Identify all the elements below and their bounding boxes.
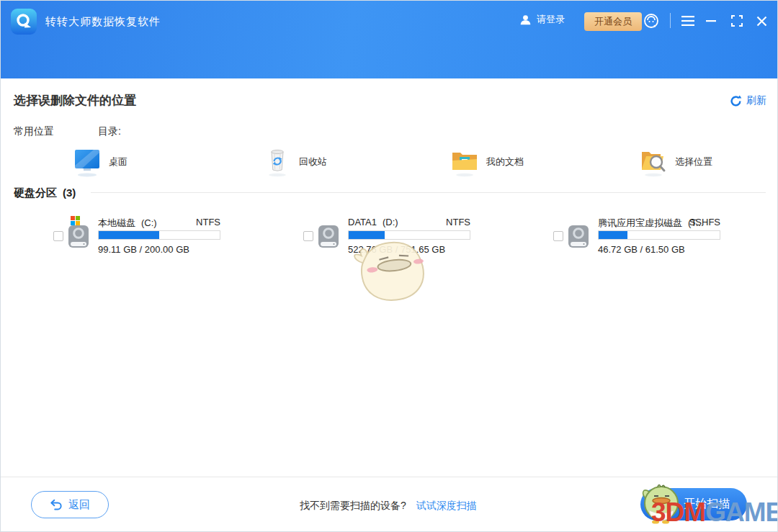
drive-letter: (C:) xyxy=(141,217,157,228)
back-button[interactable]: 返回 xyxy=(31,491,109,518)
login-button[interactable]: 请登录 xyxy=(519,13,565,26)
app-logo-icon xyxy=(11,9,37,35)
title-bar: 转转大师数据恢复软件 请登录 开通会员 xyxy=(1,1,777,78)
drive-row-c[interactable]: 本地磁盘(C:) NTFS 99.11 GB / 200.00 GB xyxy=(53,214,220,258)
refresh-button[interactable]: 刷新 xyxy=(730,94,766,107)
common-locations-label: 常用位置 xyxy=(14,125,54,138)
refresh-label: 刷新 xyxy=(746,94,766,107)
refresh-icon xyxy=(730,95,742,107)
drive-checkbox[interactable] xyxy=(303,231,313,241)
choose-location-icon xyxy=(639,146,668,178)
menu-icon[interactable] xyxy=(681,14,695,28)
drive-usage-bar xyxy=(348,230,470,240)
footer-divider xyxy=(1,477,777,477)
directory-label: 目录: xyxy=(98,125,121,138)
partitions-divider xyxy=(91,192,766,193)
drive-name: 腾讯应用宝虚拟磁盘 xyxy=(598,217,682,228)
hard-drive-icon xyxy=(568,225,589,248)
login-label: 请登录 xyxy=(537,13,565,26)
location-label: 桌面 xyxy=(109,155,128,168)
partitions-label: 硬盘分区 xyxy=(14,186,57,199)
drive-row-t[interactable]: 腾讯应用宝虚拟磁盘(T... SSHFS 46.72 GB / 61.50 GB xyxy=(553,214,720,258)
drive-usage-bar xyxy=(98,230,220,240)
drive-row-d[interactable]: DATA1(D:) NTFS 522.76 GB / 751.65 GB xyxy=(303,214,470,258)
back-arrow-icon xyxy=(50,499,63,510)
drive-filesystem: NTFS xyxy=(446,217,470,227)
location-label: 回收站 xyxy=(299,155,327,168)
drive-filesystem: NTFS xyxy=(196,217,220,227)
drive-usage-fill xyxy=(599,231,627,239)
drive-checkbox[interactable] xyxy=(553,231,563,241)
recycle-bin-icon xyxy=(263,146,292,178)
drive-checkbox[interactable] xyxy=(53,231,63,241)
location-label: 我的文档 xyxy=(486,155,524,168)
hint-text: 找不到需要扫描的设备? xyxy=(300,500,406,513)
back-label: 返回 xyxy=(68,498,90,512)
deep-scan-link[interactable]: 试试深度扫描 xyxy=(416,500,477,513)
hard-drive-icon xyxy=(68,225,89,248)
documents-folder-icon xyxy=(450,146,479,178)
drive-usage-bar xyxy=(598,230,720,240)
header-divider xyxy=(670,13,671,28)
user-icon xyxy=(519,14,532,26)
drive-size: 522.76 GB / 751.65 GB xyxy=(348,244,445,255)
vip-button[interactable]: 开通会员 xyxy=(584,12,642,31)
minimize-icon[interactable] xyxy=(704,14,718,28)
desktop-icon xyxy=(73,146,102,178)
drive-filesystem: SSHFS xyxy=(689,217,720,227)
start-scan-button[interactable]: 开始扫描 xyxy=(640,488,747,520)
location-item-recycle-bin[interactable]: 回收站 xyxy=(263,145,429,182)
drive-size: 46.72 GB / 61.50 GB xyxy=(598,244,685,255)
drive-letter: (D:) xyxy=(383,217,398,227)
location-item-my-documents[interactable]: 我的文档 xyxy=(450,145,616,182)
drive-usage-fill xyxy=(99,231,159,239)
drive-name: DATA1 xyxy=(348,217,377,227)
app-window: 转转大师数据恢复软件 请登录 开通会员 xyxy=(0,0,778,532)
page-title: 选择误删除文件的位置 xyxy=(14,92,136,109)
maximize-icon[interactable] xyxy=(730,14,744,28)
drive-name: 本地磁盘 xyxy=(98,217,135,228)
drive-usage-fill xyxy=(349,231,385,239)
close-icon[interactable] xyxy=(754,14,769,28)
windows-logo-icon xyxy=(71,216,80,225)
partitions-count: (3) xyxy=(63,186,76,199)
hard-drive-icon xyxy=(318,225,339,248)
location-item-desktop[interactable]: 桌面 xyxy=(73,145,238,182)
location-label: 选择位置 xyxy=(675,155,712,168)
footer-hint: 找不到需要扫描的设备? 试试深度扫描 xyxy=(300,500,477,513)
location-item-choose[interactable]: 选择位置 xyxy=(639,145,778,182)
customer-service-icon[interactable] xyxy=(643,12,660,30)
partitions-section-title: 硬盘分区(3) xyxy=(14,186,76,200)
app-title: 转转大师数据恢复软件 xyxy=(45,15,161,29)
drive-size: 99.11 GB / 200.00 GB xyxy=(98,244,189,255)
